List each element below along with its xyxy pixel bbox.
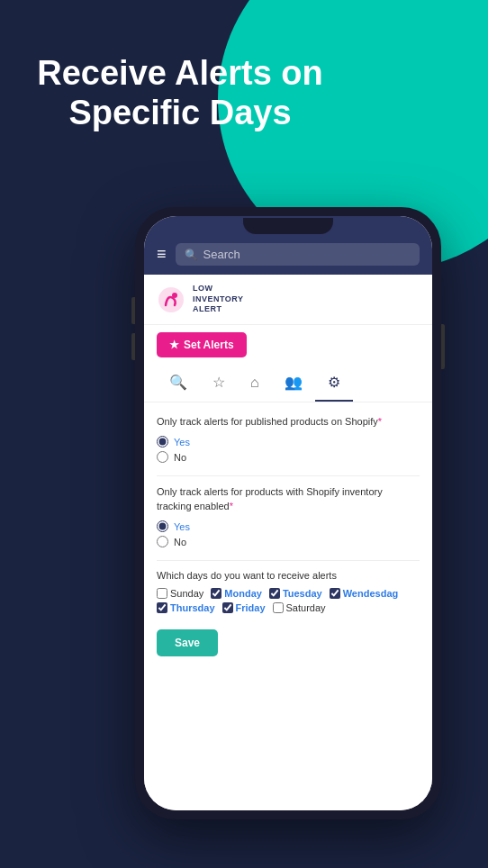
tab-star[interactable]: ☆ (200, 365, 238, 402)
phone-mockup: ≡ 🔍 Search LOW INVENTORY ALERT (135, 207, 441, 819)
day-wednesday-checkbox[interactable] (330, 588, 340, 599)
question2-yes-option: Yes (157, 520, 420, 532)
main-content: Only track alerts for published products… (144, 402, 432, 810)
tab-home[interactable]: ⌂ (238, 366, 272, 402)
day-sunday: Sunday (157, 588, 203, 599)
app-logo-icon (157, 285, 185, 314)
question2-no-label: No (174, 537, 186, 547)
svg-point-0 (158, 287, 184, 312)
question2-text: Only track alerts for products with Shop… (157, 485, 420, 513)
day-monday-label: Monday (224, 588, 262, 599)
set-alerts-bar: ★ Set Alerts (144, 325, 432, 365)
question1-no-label: No (174, 452, 186, 463)
question2-no-radio[interactable] (157, 536, 168, 547)
icon-tabs: 🔍 ☆ ⌂ 👥 ⚙ (144, 365, 432, 402)
search-bar[interactable]: 🔍 Search (176, 243, 420, 266)
question3-text: Which days do you want to receive alerts (157, 570, 420, 581)
tab-settings[interactable]: ⚙ (315, 365, 353, 402)
question1-yes-option: Yes (157, 436, 420, 448)
hero-line2: Specific Days (68, 94, 291, 131)
day-tuesday-label: Tuesday (283, 588, 322, 599)
question1-yes-radio[interactable] (157, 436, 168, 448)
set-alerts-label: Set Alerts (184, 339, 234, 351)
star-icon: ★ (169, 339, 179, 351)
phone-notch (243, 218, 333, 234)
day-tuesday: Tuesday (269, 588, 322, 599)
tab-search[interactable]: 🔍 (157, 365, 200, 402)
question2-radio-group: Yes No (157, 520, 420, 547)
day-sunday-checkbox[interactable] (157, 588, 167, 599)
search-icon: 🔍 (185, 249, 198, 261)
hero-line1: Receive Alerts on (37, 54, 323, 92)
app-header: LOW INVENTORY ALERT (144, 275, 432, 325)
question2-no-option: No (157, 536, 420, 547)
phone-outer: ≡ 🔍 Search LOW INVENTORY ALERT (135, 207, 441, 819)
question1-no-radio[interactable] (157, 451, 168, 463)
question2-yes-label: Yes (174, 521, 190, 532)
volume-up-button (131, 297, 135, 324)
day-friday-label: Friday (236, 602, 266, 613)
day-monday-checkbox[interactable] (211, 588, 221, 599)
set-alerts-button[interactable]: ★ Set Alerts (157, 332, 247, 357)
divider2 (157, 560, 420, 561)
day-wednesday-label: Wendesdag (343, 588, 399, 599)
days-grid: Sunday Monday Tuesday (157, 588, 420, 613)
day-saturday-label: Saturday (286, 602, 326, 613)
divider1 (157, 475, 420, 476)
day-saturday: Saturday (273, 602, 326, 613)
day-friday-checkbox[interactable] (222, 602, 233, 613)
day-thursday-label: Thursday (170, 602, 215, 613)
day-thursday: Thursday (157, 602, 215, 613)
question1-no-option: No (157, 451, 420, 463)
app-title: LOW INVENTORY ALERT (193, 284, 244, 315)
question1-text: Only track alerts for published products… (157, 415, 420, 429)
svg-point-1 (172, 293, 177, 298)
phone-screen: ≡ 🔍 Search LOW INVENTORY ALERT (144, 216, 432, 810)
day-monday: Monday (211, 588, 262, 599)
days-section: Which days do you want to receive alerts… (157, 570, 420, 656)
day-tuesday-checkbox[interactable] (269, 588, 280, 599)
volume-down-button (131, 333, 135, 360)
day-friday: Friday (222, 602, 266, 613)
hero-text: Receive Alerts on Specific Days (36, 54, 324, 132)
question1-radio-group: Yes No (157, 436, 420, 463)
question1-yes-label: Yes (174, 437, 190, 448)
tab-users[interactable]: 👥 (272, 365, 315, 402)
hamburger-icon[interactable]: ≡ (157, 245, 167, 264)
save-button[interactable]: Save (157, 629, 218, 656)
day-wednesday: Wendesdag (330, 588, 399, 599)
power-button (441, 324, 445, 369)
day-saturday-checkbox[interactable] (273, 602, 284, 613)
day-thursday-checkbox[interactable] (157, 602, 167, 613)
search-placeholder: Search (203, 248, 240, 261)
question2-yes-radio[interactable] (157, 520, 168, 532)
day-sunday-label: Sunday (170, 588, 203, 599)
